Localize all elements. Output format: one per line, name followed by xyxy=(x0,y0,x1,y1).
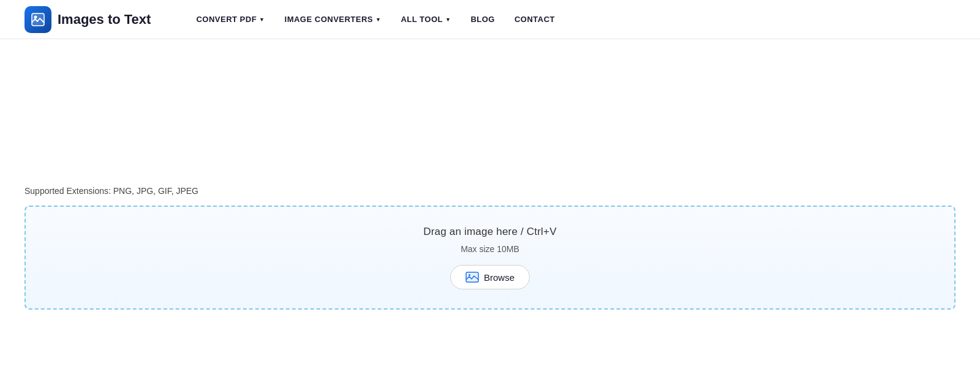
logo-icon xyxy=(24,6,51,33)
site-header: Images to Text CONVERT PDF ▼ IMAGE CONVE… xyxy=(0,0,980,39)
logo-text: Images to Text xyxy=(58,12,151,28)
chevron-down-icon: ▼ xyxy=(375,17,381,23)
browse-button[interactable]: Browse xyxy=(450,265,530,289)
drop-zone-title: Drag an image here / Ctrl+V xyxy=(423,226,557,238)
svg-rect-0 xyxy=(31,13,45,26)
nav-item-all-tool[interactable]: ALL TOOL ▼ xyxy=(392,10,459,29)
top-spacer xyxy=(24,64,956,186)
drop-zone-subtitle: Max size 10MB xyxy=(461,244,519,254)
nav-item-image-converters[interactable]: IMAGE CONVERTERS ▼ xyxy=(276,10,390,29)
nav-item-blog[interactable]: BLOG xyxy=(462,10,503,29)
drop-zone[interactable]: Drag an image here / Ctrl+V Max size 10M… xyxy=(24,206,956,310)
supported-extensions-label: Supported Extensions: PNG, JPG, GIF, JPE… xyxy=(24,186,956,196)
chevron-down-icon: ▼ xyxy=(259,17,265,23)
svg-point-2 xyxy=(34,15,37,18)
nav-item-convert-pdf[interactable]: CONVERT PDF ▼ xyxy=(187,10,273,29)
logo[interactable]: Images to Text xyxy=(24,6,151,33)
chevron-down-icon: ▼ xyxy=(445,17,451,23)
image-icon xyxy=(466,272,479,283)
nav-item-contact[interactable]: CONTACT xyxy=(506,10,564,29)
main-nav: CONVERT PDF ▼ IMAGE CONVERTERS ▼ ALL TOO… xyxy=(187,10,564,29)
svg-point-4 xyxy=(469,274,470,276)
browse-button-label: Browse xyxy=(484,272,514,283)
main-content: Supported Extensions: PNG, JPG, GIF, JPE… xyxy=(0,39,980,334)
